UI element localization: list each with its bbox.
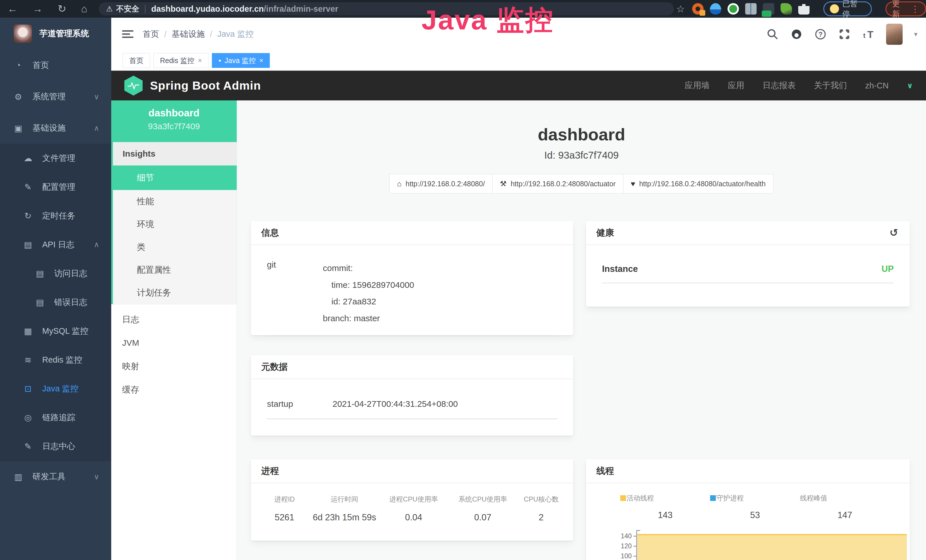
- infrastructure-icon: ▣: [12, 123, 24, 133]
- sba-item-jvm[interactable]: JVM: [111, 331, 237, 354]
- close-icon[interactable]: ×: [198, 56, 202, 65]
- breadcrumb-separator: /: [164, 30, 166, 39]
- legend-label: 线程峰值: [800, 493, 827, 502]
- sidebar-item-label: 链路追踪: [42, 412, 75, 423]
- legend-label: 活动线程: [626, 493, 654, 502]
- service-url-link[interactable]: ⌂ http://192.168.0.2:48080/: [389, 174, 493, 194]
- process-card: 进程 进程ID 运行时间 进程CPU使用率 系统CPU使用率 CPU核心数 52…: [251, 459, 573, 540]
- sba-item-scheduled-tasks[interactable]: 计划任务: [113, 281, 237, 304]
- sidebar-item-java-monitor[interactable]: ⊡ Java 监控: [0, 374, 111, 403]
- grid-extension-icon[interactable]: [745, 3, 757, 15]
- nav-applications[interactable]: 应用: [728, 80, 744, 91]
- tab-home[interactable]: 首页: [123, 53, 150, 68]
- user-avatar[interactable]: [886, 24, 903, 45]
- sba-item-logs[interactable]: 日志: [111, 308, 237, 331]
- sidebar-item-system[interactable]: ⚙ 系统管理 ∨: [0, 81, 111, 112]
- caret-down-icon[interactable]: ▾: [914, 30, 917, 38]
- nav-about[interactable]: 关于我们: [814, 80, 847, 91]
- header-actions: ? t T ▾: [766, 18, 917, 51]
- health-url-link[interactable]: ♥ http://192.168.0.2:48080/actuator/heal…: [623, 174, 773, 194]
- history-icon[interactable]: ↺: [888, 227, 899, 239]
- forward-icon[interactable]: →: [25, 3, 50, 15]
- sidebar-item-config-manage[interactable]: ✎ 配置管理: [0, 173, 111, 201]
- breadcrumb-home[interactable]: 首页: [142, 29, 159, 40]
- health-card: 健康 ↺ Instance UP: [586, 221, 910, 307]
- sidebar-item-label: 系统管理: [33, 91, 66, 102]
- sba-item-config-props[interactable]: 配置属性: [113, 259, 237, 281]
- url-host: dashboard.yudao.iocoder.cn: [151, 4, 264, 14]
- tab-label: Redis 监控: [160, 56, 195, 65]
- switch-extension-icon[interactable]: [763, 3, 774, 15]
- metadata-value: 2021-04-27T00:44:31.254+08:00: [333, 399, 458, 409]
- chevron-down-icon: ∨: [94, 92, 99, 101]
- sba-item-details[interactable]: 细节: [113, 165, 237, 190]
- help-icon[interactable]: ?: [814, 28, 827, 41]
- svg-text:t: t: [863, 32, 865, 39]
- sidebar-item-label: API 日志: [42, 239, 74, 250]
- pin-extension-icon[interactable]: [710, 3, 721, 15]
- tab-redis-monitor[interactable]: Redis 监控 ×: [153, 53, 209, 68]
- sidebar-item-redis-monitor[interactable]: ≋ Redis 监控: [0, 345, 111, 374]
- sidebar-item-access-log[interactable]: ▤ 访问日志: [0, 259, 111, 288]
- sidebar-item-scheduled-jobs[interactable]: ↻ 定时任务: [0, 201, 111, 230]
- hamburger-icon[interactable]: [122, 29, 133, 40]
- instance-title: dashboard: [237, 125, 926, 144]
- bookmark-star-icon[interactable]: ☆: [676, 3, 685, 15]
- back-icon[interactable]: ←: [0, 3, 25, 15]
- tab-label: 首页: [129, 56, 144, 65]
- sba-item-caches[interactable]: 缓存: [111, 378, 237, 401]
- sba-item-classes[interactable]: 类: [113, 236, 237, 259]
- puzzle-extensions-icon[interactable]: [798, 3, 809, 15]
- sidebar-item-label: 错误日志: [54, 297, 87, 308]
- chevron-down-icon[interactable]: ∨: [907, 81, 913, 90]
- close-icon[interactable]: ×: [259, 56, 263, 65]
- nav-applications-wall[interactable]: 应用墙: [685, 80, 710, 91]
- sidebar-item-label: Redis 监控: [42, 354, 82, 366]
- sidebar-item-home[interactable]: ◔ 首页: [0, 50, 111, 81]
- layers-icon: ≋: [22, 355, 34, 365]
- github-icon[interactable]: [790, 28, 803, 41]
- green-circle-extension-icon[interactable]: [728, 3, 739, 15]
- sidebar-item-file-manage[interactable]: ☁ 文件管理: [0, 144, 111, 173]
- instance-id: 93a3fc7f7409: [111, 121, 237, 131]
- sidebar-item-log-center[interactable]: ✎ 日志中心: [0, 432, 111, 461]
- dashboard-icon: ◔: [12, 61, 24, 70]
- cpu-core-count: 2: [517, 512, 566, 523]
- live-threads-value: 143: [620, 510, 710, 520]
- app-sidebar: 芋道管理系统 ◔ 首页 ⚙ 系统管理 ∨ ▣ 基础设施 ∧ ☁ 文件管理 ✎ 配…: [0, 18, 111, 560]
- cloud-upload-icon: ☁: [22, 153, 34, 163]
- locale-select[interactable]: zh-CN: [865, 81, 889, 91]
- kebab-menu-icon[interactable]: ⋮: [911, 4, 920, 14]
- yellow-swatch-icon: [620, 495, 626, 501]
- nav-journal[interactable]: 日志报表: [763, 80, 796, 91]
- sidebar-item-trace[interactable]: ◎ 链路追踪: [0, 403, 111, 432]
- tab-java-monitor[interactable]: ● Java 监控 ×: [212, 53, 270, 68]
- sidebar-item-dev-tools[interactable]: ▥ 研发工具 ∨: [0, 461, 111, 492]
- sidebar-item-infrastructure[interactable]: ▣ 基础设施 ∧: [0, 112, 111, 144]
- paused-chip[interactable]: 已暂停: [823, 2, 872, 16]
- sba-item-metrics[interactable]: 性能: [113, 190, 237, 213]
- app-logo: [14, 24, 32, 43]
- update-button[interactable]: 更新 ⋮: [885, 2, 926, 16]
- leaf-extension-icon[interactable]: [781, 3, 792, 15]
- extension-icon[interactable]: [692, 3, 704, 15]
- sba-item-mappings[interactable]: 映射: [111, 354, 237, 378]
- address-divider: [145, 5, 145, 13]
- search-icon[interactable]: [766, 28, 779, 41]
- sba-item-environment[interactable]: 环境: [113, 213, 237, 236]
- breadcrumb-infrastructure[interactable]: 基础设施: [172, 29, 205, 40]
- text-size-icon[interactable]: t T: [862, 28, 875, 41]
- legend-live-threads: 活动线程: [620, 493, 710, 502]
- home-icon[interactable]: ⌂: [74, 3, 95, 15]
- actuator-url-link[interactable]: ⚒ http://192.168.0.2:48080/actuator: [492, 174, 623, 194]
- fullscreen-icon[interactable]: [838, 28, 851, 41]
- sidebar-item-mysql-monitor[interactable]: ▦ MySQL 监控: [0, 317, 111, 345]
- sidebar-item-api-log[interactable]: ▤ API 日志 ∧: [0, 230, 111, 259]
- edit-icon: ✎: [22, 182, 34, 192]
- security-label[interactable]: 不安全: [116, 4, 139, 14]
- address-bar[interactable]: ⚠ 不安全 dashboard.yudao.iocoder.cn /infra/…: [99, 2, 674, 15]
- reload-icon[interactable]: ↻: [50, 3, 74, 15]
- update-label: 更新: [892, 0, 908, 19]
- git-commit-time: time: 1596289704000: [323, 277, 414, 294]
- sidebar-item-error-log[interactable]: ▤ 错误日志: [0, 288, 111, 317]
